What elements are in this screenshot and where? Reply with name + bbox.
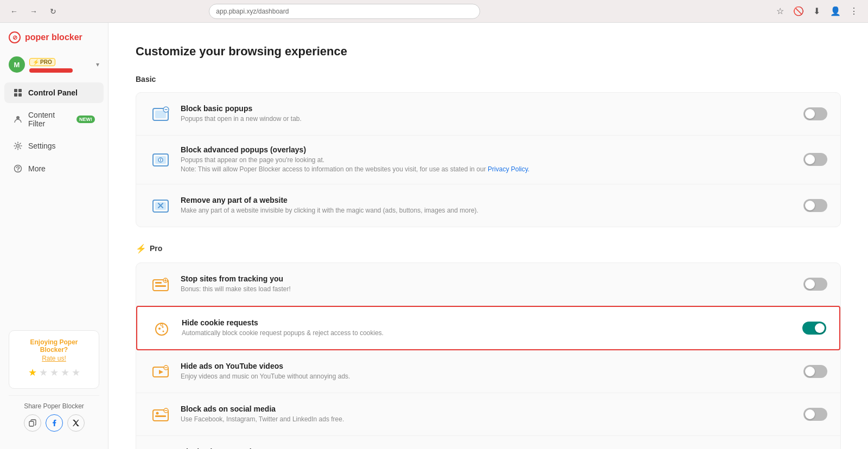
- block-social-toggle[interactable]: [803, 408, 827, 421]
- hide-cookie-requests-row: Hide cookie requests Automatically block…: [137, 307, 839, 349]
- user-chevron-icon[interactable]: ▾: [96, 61, 99, 68]
- url-text: app.pbapi.xyz/dashboard: [216, 8, 289, 15]
- address-bar[interactable]: app.pbapi.xyz/dashboard: [209, 4, 480, 19]
- block-social-slider: [803, 408, 827, 421]
- block-advanced-popups-desc: Popups that appear on the page you're lo…: [181, 156, 795, 174]
- remove-website-part-toggle[interactable]: [803, 199, 827, 212]
- rate-card: Enjoying Poper Blocker? Rate us! ★ ★ ★ ★…: [9, 330, 99, 389]
- hide-youtube-title: Hide ads on YouTube videos: [181, 362, 795, 370]
- hide-youtube-icon: [149, 360, 172, 383]
- block-basic-popups-slider: [803, 107, 827, 120]
- twitter-share-button[interactable]: [67, 414, 85, 432]
- block-social-text: Block ads on social media Use Facebook, …: [181, 405, 795, 424]
- svg-rect-1: [18, 89, 22, 92]
- hide-cookie-highlighted-wrapper: Hide cookie requests Automatically block…: [136, 306, 840, 350]
- block-advanced-icon: [149, 148, 172, 171]
- page-title: Customize your browsing experience: [136, 44, 841, 59]
- forward-button[interactable]: →: [26, 4, 41, 19]
- block-basic-popups-title: Block basic popups: [181, 104, 795, 113]
- stop-tracking-title: Stop sites from tracking you: [181, 274, 795, 283]
- user-name-redacted: [29, 68, 73, 73]
- facebook-share-button[interactable]: [46, 414, 63, 432]
- hide-youtube-toggle[interactable]: [803, 365, 827, 378]
- block-basic-popups-text: Block basic popups Popups that open in a…: [181, 104, 795, 124]
- rate-card-title: Enjoying Poper Blocker?: [17, 338, 91, 354]
- sidebar-item-content-filter[interactable]: Content Filter NEW!: [4, 105, 104, 133]
- block-social-title: Block ads on social media: [181, 405, 795, 413]
- hide-youtube-slider: [803, 365, 827, 378]
- svg-rect-0: [14, 89, 17, 92]
- block-popups-icon: [149, 102, 172, 125]
- logo: ⊘ poper blocker: [0, 31, 108, 52]
- stop-tracking-toggle[interactable]: [803, 278, 827, 291]
- remove-website-part-slider: [803, 199, 827, 212]
- pro-badge: ⚡ PRO: [29, 58, 55, 66]
- back-button[interactable]: ←: [7, 4, 22, 19]
- block-advanced-popups-slider: [803, 153, 827, 166]
- block-advanced-popups-row: Block advanced popups (overlays) Popups …: [136, 136, 840, 184]
- block-basic-popups-toggle[interactable]: [803, 107, 827, 120]
- copy-link-button[interactable]: [24, 414, 41, 432]
- person-icon: [13, 114, 23, 124]
- menu-icon[interactable]: ⋮: [846, 4, 861, 19]
- basic-section-label: Basic: [136, 75, 841, 84]
- pro-lightning-icon: ⚡: [136, 243, 146, 254]
- user-info: ⚡ PRO: [29, 56, 92, 73]
- basic-settings-card: Block basic popups Popups that open in a…: [136, 92, 841, 227]
- svg-point-31: [156, 412, 159, 414]
- share-text: Share Poper Blocker: [9, 402, 99, 410]
- stop-tracking-row: Stop sites from tracking you Bonus: this…: [136, 263, 840, 306]
- lightning-icon: ⚡: [33, 59, 39, 65]
- sidebar-item-control-panel[interactable]: Control Panel: [4, 82, 104, 103]
- block-basic-popups-desc: Popups that open in a new window or tab.: [181, 114, 795, 124]
- remove-part-icon: [149, 194, 172, 217]
- profile-icon[interactable]: 👤: [828, 4, 843, 19]
- remove-website-part-desc: Make any part of a website invisible by …: [181, 206, 795, 215]
- star-5: ★: [72, 367, 80, 379]
- svg-point-25: [163, 330, 164, 332]
- block-advanced-popups-toggle[interactable]: [803, 153, 827, 166]
- bookmark-icon[interactable]: ☆: [773, 4, 788, 19]
- block-basic-popups-row: Block basic popups Popups that open in a…: [136, 93, 840, 136]
- rate-us-link[interactable]: Rate us!: [17, 355, 91, 362]
- star-rating[interactable]: ★ ★ ★ ★ ★: [17, 367, 91, 379]
- more-label: More: [28, 164, 46, 173]
- svg-point-26: [162, 326, 164, 328]
- control-panel-label: Control Panel: [28, 88, 78, 97]
- pro-section-label: ⚡ Pro: [136, 243, 841, 254]
- block-advanced-popups-title: Block advanced popups (overlays): [181, 145, 795, 154]
- sidebar-item-settings[interactable]: Settings: [4, 136, 104, 156]
- help-icon: [13, 164, 23, 174]
- sidebar-item-more[interactable]: More: [4, 158, 104, 179]
- hide-cookie-desc: Automatically block cookie request popup…: [182, 329, 794, 338]
- star-3: ★: [50, 367, 59, 379]
- hide-cookie-toggle[interactable]: [802, 322, 826, 335]
- reload-button[interactable]: ↻: [46, 4, 61, 19]
- hide-cookie-icon: [150, 317, 173, 339]
- sidebar-bottom: Enjoying Poper Blocker? Rate us! ★ ★ ★ ★…: [0, 322, 108, 440]
- share-icons: [9, 414, 99, 432]
- new-badge: NEW!: [76, 116, 95, 123]
- user-section[interactable]: M ⚡ PRO ▾: [0, 52, 108, 77]
- settings-icon: [13, 141, 23, 151]
- content-filter-label: Content Filter: [28, 111, 69, 128]
- browser-chrome: ← → ↻ app.pbapi.xyz/dashboard ☆ 🚫 ⬇ 👤 ⋮: [0, 0, 868, 23]
- hide-youtube-desc: Enjoy videos and music on YouTube withou…: [181, 372, 795, 381]
- hide-cookie-slider: [802, 322, 826, 335]
- svg-rect-21: [155, 285, 166, 287]
- svg-rect-3: [18, 93, 22, 97]
- extension-icon[interactable]: 🚫: [791, 4, 806, 19]
- svg-point-7: [17, 170, 18, 171]
- pro-settings-card: Stop sites from tracking you Bonus: this…: [136, 262, 841, 449]
- remove-website-part-text: Remove any part of a website Make any pa…: [181, 196, 795, 215]
- remove-website-part-title: Remove any part of a website: [181, 196, 795, 204]
- stop-tracking-icon: [149, 273, 172, 296]
- svg-point-4: [16, 116, 20, 119]
- hide-youtube-text: Hide ads on YouTube videos Enjoy videos …: [181, 362, 795, 381]
- svg-point-27: [161, 324, 163, 326]
- downloads-icon[interactable]: ⬇: [809, 4, 825, 19]
- privacy-policy-link[interactable]: Privacy Policy.: [488, 165, 529, 173]
- sidebar: ⊘ poper blocker M ⚡ PRO ▾: [0, 23, 108, 449]
- block-any-site-icon: [149, 446, 172, 449]
- hide-cookie-text: Hide cookie requests Automatically block…: [182, 318, 794, 338]
